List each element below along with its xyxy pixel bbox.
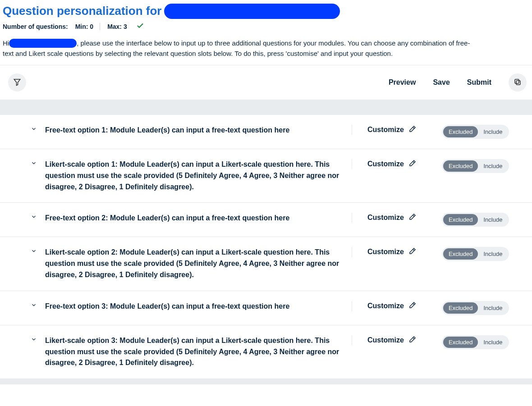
expand-chevron[interactable] [31, 214, 37, 222]
customize-label: Customize [367, 126, 404, 134]
excluded-segment[interactable]: Excluded [443, 337, 478, 348]
filter-icon [13, 78, 21, 87]
expand-chevron[interactable] [31, 302, 37, 310]
chevron-down-icon [31, 160, 37, 168]
chevron-down-icon [31, 214, 37, 222]
submit-button[interactable]: Submit [467, 78, 491, 87]
save-button[interactable]: Save [433, 78, 449, 87]
check-icon [136, 22, 144, 31]
customize-button[interactable]: Customize [367, 247, 417, 257]
min-value: 0 [90, 23, 93, 30]
page-header: Question personalization for Number of q… [0, 0, 532, 31]
filter-button[interactable] [8, 73, 26, 91]
question-count-meta: Number of questions: Min: 0 Max: 3 [3, 19, 529, 31]
excluded-segment[interactable]: Excluded [443, 126, 478, 137]
chevron-down-icon [31, 302, 37, 310]
include-toggle: Excluded Include [442, 213, 509, 227]
expand-chevron[interactable] [31, 126, 37, 134]
question-row: Free-text option 3: Module Leader(s) can… [0, 291, 532, 325]
section-band [0, 100, 532, 115]
edit-icon [408, 213, 417, 223]
include-toggle: Excluded Include [442, 335, 509, 349]
question-row: Likert-scale option 1: Module Leader(s) … [0, 149, 532, 203]
customize-label: Customize [367, 214, 404, 222]
edit-icon [408, 301, 417, 311]
include-toggle: Excluded Include [442, 159, 509, 173]
question-row: Likert-scale option 2: Module Leader(s) … [0, 237, 532, 291]
excluded-segment[interactable]: Excluded [443, 248, 478, 260]
chevron-down-icon [31, 248, 37, 256]
question-row: Likert-scale option 3: Module Leader(s) … [0, 325, 532, 379]
footer-band [0, 379, 532, 384]
question-row: Free-text option 1: Module Leader(s) can… [0, 115, 532, 149]
edit-icon [408, 247, 417, 257]
redacted-name-inline [9, 39, 77, 48]
include-segment[interactable]: Include [478, 337, 508, 348]
max-label: Max: [107, 23, 122, 30]
preview-button[interactable]: Preview [389, 78, 416, 87]
question-text: Likert-scale option 2: Module Leader(s) … [45, 247, 343, 280]
include-toggle: Excluded Include [442, 301, 509, 315]
intro-post: , please use the interface below to inpu… [77, 38, 470, 49]
customize-label: Customize [367, 336, 404, 344]
copy-button[interactable] [509, 73, 527, 91]
chevron-down-icon [31, 126, 37, 134]
customize-button[interactable]: Customize [367, 125, 417, 135]
edit-icon [408, 335, 417, 345]
max-value: 3 [124, 23, 127, 30]
excluded-segment[interactable]: Excluded [443, 214, 478, 225]
customize-button[interactable]: Customize [367, 335, 417, 345]
excluded-segment[interactable]: Excluded [443, 160, 478, 172]
include-toggle: Excluded Include [442, 125, 509, 139]
min-label: Min: [75, 23, 88, 30]
edit-icon [408, 159, 417, 169]
intro-pre: Hi [3, 38, 9, 49]
question-text: Free-text option 1: Module Leader(s) can… [45, 125, 343, 136]
question-text: Likert-scale option 3: Module Leader(s) … [45, 335, 343, 369]
toolbar: Preview Save Submit [0, 65, 532, 100]
customize-label: Customize [367, 160, 404, 168]
intro-text: Hi , please use the interface below to i… [0, 31, 532, 65]
include-segment[interactable]: Include [478, 126, 508, 137]
include-segment[interactable]: Include [478, 214, 508, 225]
expand-chevron[interactable] [31, 248, 37, 256]
customize-button[interactable]: Customize [367, 159, 417, 169]
chevron-down-icon [31, 336, 37, 344]
page-title: Question personalization for [3, 4, 161, 18]
edit-icon [408, 125, 417, 135]
question-text: Free-text option 2: Module Leader(s) can… [45, 213, 343, 224]
customize-button[interactable]: Customize [367, 213, 417, 223]
question-rows: Free-text option 1: Module Leader(s) can… [0, 115, 532, 379]
include-toggle: Excluded Include [442, 247, 509, 261]
excluded-segment[interactable]: Excluded [443, 302, 478, 314]
intro-line2: text and Likert scale questions by selec… [3, 49, 529, 59]
copy-icon [514, 78, 522, 87]
include-segment[interactable]: Include [478, 248, 508, 260]
expand-chevron[interactable] [31, 160, 37, 168]
svg-rect-1 [516, 81, 520, 85]
svg-rect-2 [515, 79, 519, 83]
include-segment[interactable]: Include [478, 302, 508, 314]
include-segment[interactable]: Include [478, 160, 508, 172]
customize-button[interactable]: Customize [367, 301, 417, 311]
customize-label: Customize [367, 248, 404, 256]
question-row: Free-text option 2: Module Leader(s) can… [0, 203, 532, 237]
redacted-name-blob [164, 4, 340, 19]
customize-label: Customize [367, 302, 404, 310]
num-questions-label: Number of questions: [3, 23, 68, 30]
expand-chevron[interactable] [31, 336, 37, 344]
svg-marker-0 [14, 79, 20, 86]
question-text: Free-text option 3: Module Leader(s) can… [45, 301, 343, 312]
question-text: Likert-scale option 1: Module Leader(s) … [45, 159, 343, 192]
